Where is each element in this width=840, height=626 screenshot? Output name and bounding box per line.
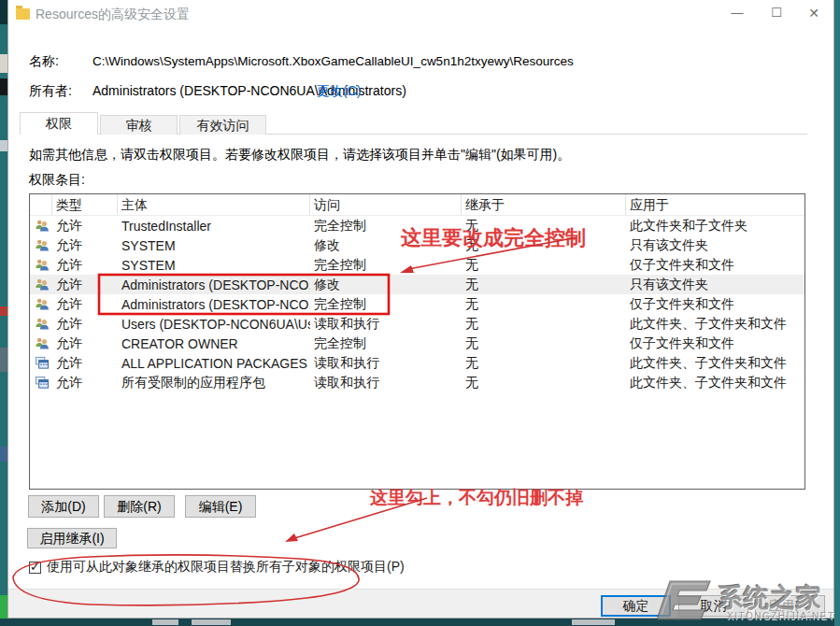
header-icon-spacer bbox=[30, 194, 52, 215]
column-header-type[interactable]: 类型 bbox=[52, 194, 118, 215]
users-icon bbox=[35, 317, 50, 331]
cell-applies: 只有该文件夹 bbox=[626, 237, 804, 254]
instructions-text: 如需其他信息，请双击权限项目。若要修改权限项目，请选择该项目并单击"编辑"(如果… bbox=[29, 147, 570, 164]
owner-label: 所有者: bbox=[29, 83, 72, 100]
enable-inheritance-button[interactable]: 启用继承(I) bbox=[27, 528, 117, 548]
app-package-icon bbox=[35, 356, 50, 370]
cell-access: 完全控制 bbox=[310, 335, 462, 352]
desktop-background-left bbox=[0, 0, 7, 626]
checkmark-icon: ✓ bbox=[30, 560, 40, 574]
cell-type: 允许 bbox=[52, 335, 118, 352]
users-icon bbox=[35, 238, 50, 252]
principal-icon bbox=[30, 219, 52, 233]
edit-button[interactable]: 编辑(E) bbox=[185, 495, 256, 518]
replace-permissions-label: 使用可从此对象继承的权限项目替换所有子对象的权限项目(P) bbox=[47, 559, 405, 576]
cell-type: 允许 bbox=[52, 355, 118, 372]
table-row[interactable]: 允许 Administrators (DESKTOP-NCO... 完全控制 无… bbox=[30, 294, 804, 314]
principal-icon bbox=[30, 317, 52, 331]
principal-icon bbox=[30, 376, 52, 390]
table-row[interactable]: 允许 Administrators (DESKTOP-NCO... 修改 无 只… bbox=[30, 275, 804, 294]
users-icon bbox=[35, 297, 50, 311]
table-row[interactable]: 允许 ALL APPLICATION PACKAGES 读取和执行 无 此文件夹… bbox=[30, 353, 804, 373]
cell-applies: 仅子文件夹和文件 bbox=[626, 296, 804, 313]
entries-label: 权限条目: bbox=[29, 172, 85, 189]
name-value: C:\Windows\SystemApps\Microsoft.XboxGame… bbox=[93, 54, 574, 68]
cell-principal: CREATOR OWNER bbox=[118, 336, 310, 351]
ok-button[interactable]: 确定 bbox=[601, 595, 671, 617]
table-row[interactable]: 允许 SYSTEM 完全控制 无 仅子文件夹和文件 bbox=[30, 255, 804, 275]
close-button[interactable]: ✕ bbox=[798, 0, 830, 26]
cell-applies: 仅子文件夹和文件 bbox=[626, 335, 804, 352]
tab-auditing[interactable]: 审核 bbox=[100, 115, 178, 135]
principal-icon bbox=[30, 336, 52, 350]
cell-type: 允许 bbox=[52, 237, 118, 254]
change-owner-link[interactable]: 更改(C) bbox=[317, 83, 361, 100]
cell-inherited: 无 bbox=[462, 218, 626, 235]
column-header-applies-to[interactable]: 应用于 bbox=[626, 194, 804, 215]
cell-type: 允许 bbox=[52, 257, 118, 274]
cell-inherited: 无 bbox=[462, 335, 626, 352]
table-row[interactable]: 允许 TrustedInstaller 完全控制 无 此文件夹和子文件夹 bbox=[30, 216, 804, 235]
cell-applies: 此文件夹、子文件夹和文件 bbox=[626, 316, 804, 333]
cell-type: 允许 bbox=[52, 316, 118, 333]
add-button[interactable]: 添加(D) bbox=[28, 495, 99, 518]
folder-icon bbox=[16, 8, 30, 20]
users-icon bbox=[35, 277, 50, 292]
table-row[interactable]: 允许 CREATOR OWNER 完全控制 无 仅子文件夹和文件 bbox=[30, 334, 804, 353]
replace-permissions-checkbox[interactable]: ✓ bbox=[29, 562, 41, 574]
cell-principal: ALL APPLICATION PACKAGES bbox=[118, 356, 310, 371]
desktop-background-right bbox=[834, 0, 840, 626]
users-icon bbox=[35, 219, 50, 233]
permission-table-header: 类型 主体 访问 继承于 应用于 bbox=[30, 194, 804, 216]
users-icon bbox=[35, 336, 50, 350]
cell-inherited: 无 bbox=[462, 316, 626, 333]
cell-applies: 此文件夹、子文件夹和文件 bbox=[626, 355, 804, 372]
cell-access: 读取和执行 bbox=[310, 375, 462, 391]
cell-inherited: 无 bbox=[462, 375, 626, 391]
cell-applies: 此文件夹和子文件夹 bbox=[626, 218, 804, 235]
cell-principal: TrustedInstaller bbox=[118, 219, 310, 234]
cell-access: 完全控制 bbox=[310, 296, 462, 313]
table-row[interactable]: 允许 所有受限制的应用程序包 读取和执行 无 此文件夹、子文件夹和文件 bbox=[30, 373, 804, 392]
cell-principal: Administrators (DESKTOP-NCO... bbox=[118, 277, 310, 292]
permission-table: 类型 主体 访问 继承于 应用于 bbox=[29, 193, 805, 490]
principal-icon bbox=[30, 356, 52, 370]
cell-inherited: 无 bbox=[462, 257, 626, 274]
cell-type: 允许 bbox=[52, 277, 118, 293]
cell-access: 完全控制 bbox=[310, 257, 462, 274]
principal-icon bbox=[30, 258, 52, 272]
column-header-inherited-from[interactable]: 继承于 bbox=[462, 194, 626, 215]
cell-access: 读取和执行 bbox=[310, 316, 462, 333]
column-header-access[interactable]: 访问 bbox=[310, 194, 462, 215]
cell-type: 允许 bbox=[52, 375, 118, 391]
dialog-footer: 确定 取消 应用(A) bbox=[8, 589, 833, 618]
permission-table-body: 允许 TrustedInstaller 完全控制 无 此文件夹和子文件夹 bbox=[30, 216, 804, 392]
users-icon bbox=[35, 258, 50, 272]
apply-button[interactable]: 应用(A) bbox=[755, 595, 825, 617]
title-bar: Resources的高级安全设置 — ☐ ✕ bbox=[8, 0, 833, 28]
cancel-button[interactable]: 取消 bbox=[678, 595, 748, 617]
column-header-principal[interactable]: 主体 bbox=[118, 194, 310, 215]
cell-access: 完全控制 bbox=[310, 218, 462, 235]
cell-principal: 所有受限制的应用程序包 bbox=[118, 375, 310, 391]
cell-applies: 只有该文件夹 bbox=[626, 277, 804, 293]
cell-principal: Administrators (DESKTOP-NCO... bbox=[118, 297, 310, 312]
cell-access: 读取和执行 bbox=[310, 355, 462, 372]
cell-inherited: 无 bbox=[462, 296, 626, 313]
taskbar-app-icon[interactable] bbox=[0, 595, 7, 619]
maximize-button[interactable]: ☐ bbox=[761, 0, 792, 26]
cell-inherited: 无 bbox=[462, 237, 626, 254]
cell-access: 修改 bbox=[310, 237, 462, 254]
cell-inherited: 无 bbox=[462, 355, 626, 372]
tab-permissions[interactable]: 权限 bbox=[20, 112, 98, 135]
taskbar-strip bbox=[0, 619, 840, 626]
table-row[interactable]: 允许 SYSTEM 修改 无 只有该文件夹 bbox=[30, 235, 804, 255]
tab-effective-access[interactable]: 有效访问 bbox=[179, 115, 266, 135]
cell-principal: SYSTEM bbox=[118, 238, 310, 253]
cell-applies: 此文件夹、子文件夹和文件 bbox=[626, 375, 804, 391]
table-row[interactable]: 允许 Users (DESKTOP-NCON6UA\Use... 读取和执行 无… bbox=[30, 314, 804, 334]
cell-principal: Users (DESKTOP-NCON6UA\Use... bbox=[118, 317, 310, 332]
advanced-security-settings-dialog: Resources的高级安全设置 — ☐ ✕ 名称: C:\Windows\Sy… bbox=[7, 0, 834, 619]
minimize-button[interactable]: — bbox=[721, 0, 753, 26]
delete-button[interactable]: 删除(R) bbox=[104, 495, 175, 518]
